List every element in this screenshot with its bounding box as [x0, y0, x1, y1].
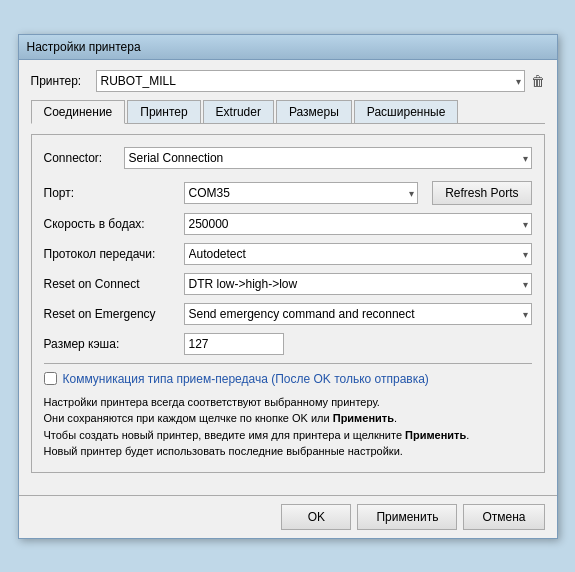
checkbox-label: Коммуникация типа прием-передача (После … [63, 372, 429, 386]
tab-connection[interactable]: Соединение [31, 100, 126, 124]
protocol-row: Протокол передачи: Autodetect [44, 243, 532, 265]
info-text: Настройки принтера всегда соответствуют … [44, 394, 532, 460]
content-area: Connector: Serial Connection Порт: COM35 [31, 134, 545, 473]
reset-emergency-select-wrapper[interactable]: Send emergency command and reconnect [184, 303, 532, 325]
refresh-ports-button[interactable]: Refresh Ports [432, 181, 531, 205]
tab-sizes[interactable]: Размеры [276, 100, 352, 123]
tab-extruder[interactable]: Extruder [203, 100, 274, 123]
reset-connect-select-wrapper[interactable]: DTR low->high->low [184, 273, 532, 295]
connector-select-wrapper[interactable]: Serial Connection [124, 147, 532, 169]
baudrate-row: Скорость в бодах: 250000 [44, 213, 532, 235]
transmission-checkbox[interactable] [44, 372, 57, 385]
cache-control [184, 333, 532, 355]
connector-select[interactable]: Serial Connection [124, 147, 532, 169]
port-select[interactable]: COM35 [184, 182, 419, 204]
cancel-button[interactable]: Отмена [463, 504, 544, 530]
protocol-select-wrapper[interactable]: Autodetect [184, 243, 532, 265]
dialog-body: Принтер: RUBOT_MILL 🗑 Соединение Принтер… [19, 60, 557, 491]
dialog-title: Настройки принтера [27, 40, 141, 54]
baudrate-control: 250000 [184, 213, 532, 235]
reset-emergency-select[interactable]: Send emergency command and reconnect [184, 303, 532, 325]
divider [44, 363, 532, 364]
connector-label: Connector: [44, 151, 124, 165]
cache-input[interactable] [184, 333, 284, 355]
tab-printer[interactable]: Принтер [127, 100, 200, 123]
port-row: Порт: COM35 Refresh Ports [44, 181, 532, 205]
protocol-control: Autodetect [184, 243, 532, 265]
checkbox-row: Коммуникация типа прием-передача (После … [44, 372, 532, 386]
connector-row: Connector: Serial Connection [44, 147, 532, 169]
baudrate-select-wrapper[interactable]: 250000 [184, 213, 532, 235]
apply-button[interactable]: Применить [357, 504, 457, 530]
port-select-wrapper[interactable]: COM35 [184, 182, 419, 204]
protocol-label: Протокол передачи: [44, 247, 184, 261]
tab-advanced[interactable]: Расширенные [354, 100, 459, 123]
printer-select[interactable]: RUBOT_MILL [96, 70, 525, 92]
title-bar: Настройки принтера [19, 35, 557, 60]
baudrate-label: Скорость в бодах: [44, 217, 184, 231]
reset-connect-select[interactable]: DTR low->high->low [184, 273, 532, 295]
port-control: COM35 Refresh Ports [184, 181, 532, 205]
reset-emergency-row: Reset on Emergency Send emergency comman… [44, 303, 532, 325]
printer-row: Принтер: RUBOT_MILL 🗑 [31, 70, 545, 92]
reset-emergency-label: Reset on Emergency [44, 307, 184, 321]
port-label: Порт: [44, 186, 184, 200]
cache-label: Размер кэша: [44, 337, 184, 351]
protocol-select[interactable]: Autodetect [184, 243, 532, 265]
printer-label: Принтер: [31, 74, 96, 88]
ok-button[interactable]: OK [281, 504, 351, 530]
tabs-bar: Соединение Принтер Extruder Размеры Расш… [31, 100, 545, 124]
reset-connect-label: Reset on Connect [44, 277, 184, 291]
cache-row: Размер кэша: [44, 333, 532, 355]
dialog-window: Настройки принтера Принтер: RUBOT_MILL 🗑… [18, 34, 558, 539]
printer-select-wrapper[interactable]: RUBOT_MILL [96, 70, 525, 92]
button-row: OK Применить Отмена [19, 495, 557, 538]
trash-icon[interactable]: 🗑 [531, 73, 545, 89]
baudrate-select[interactable]: 250000 [184, 213, 532, 235]
reset-connect-row: Reset on Connect DTR low->high->low [44, 273, 532, 295]
